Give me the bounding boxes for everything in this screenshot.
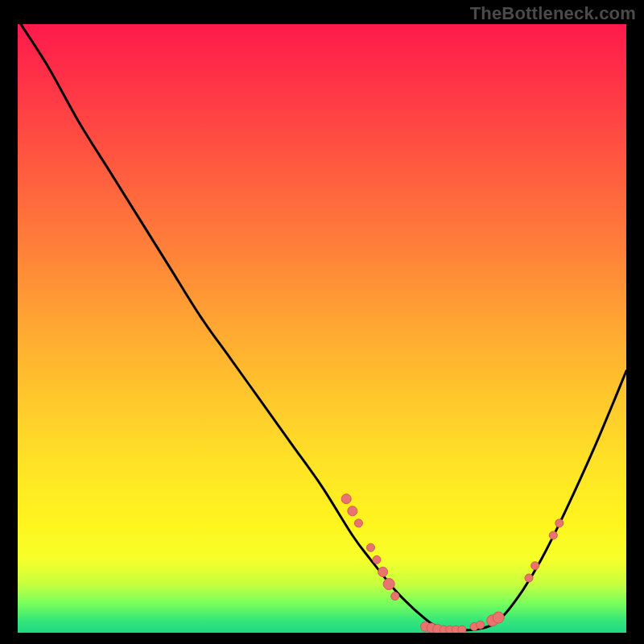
curve-marker [367,543,375,551]
curve-marker [341,494,351,504]
curve-marker [458,625,466,633]
curve-marker [354,519,362,527]
curve-marker [348,506,357,516]
curve-marker [378,567,388,576]
curve-marker [373,555,381,564]
chart-container: TheBottleneck.com [0,0,644,644]
curve-marker [391,592,399,601]
curve-marker [383,579,394,590]
bottleneck-curve [21,24,626,630]
curve-marker [555,519,564,527]
curve-marker [525,574,533,582]
curve-marker [493,612,504,623]
curve-markers-group [341,494,564,633]
curve-marker [549,531,557,539]
curve-svg [18,24,626,633]
watermark-text: TheBottleneck.com [470,3,636,24]
curve-marker [531,562,539,570]
curve-marker [477,621,485,629]
